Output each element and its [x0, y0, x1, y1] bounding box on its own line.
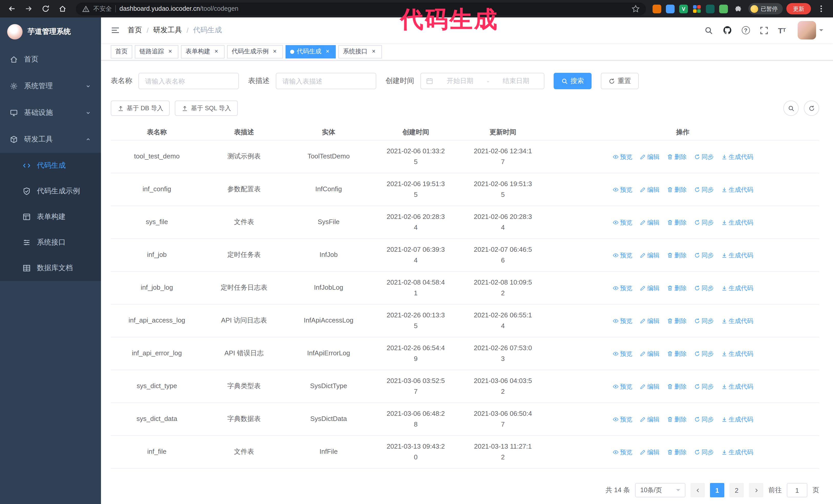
edit-action[interactable]: 编辑: [640, 383, 660, 389]
sync-action[interactable]: 同步: [694, 186, 714, 193]
sidebar-item-codegen[interactable]: 代码生成: [0, 153, 101, 178]
next-page-button[interactable]: [749, 483, 763, 497]
page-button-1[interactable]: 1: [710, 483, 724, 497]
sidebar-item-system-api[interactable]: 系统接口: [0, 230, 101, 255]
import-sql-button[interactable]: 基于 SQL 导入: [175, 100, 238, 116]
preview-action[interactable]: 预览: [612, 219, 632, 225]
sidebar-item-system[interactable]: 系统管理: [0, 73, 101, 99]
font-size-icon[interactable]: TT: [778, 26, 786, 34]
toggle-search-button[interactable]: [783, 100, 799, 116]
generate-code-action[interactable]: 生成代码: [721, 153, 753, 160]
edit-action[interactable]: 编辑: [640, 186, 660, 193]
delete-action[interactable]: 删除: [667, 318, 687, 324]
generate-code-action[interactable]: 生成代码: [721, 318, 753, 324]
edit-action[interactable]: 编辑: [640, 351, 660, 357]
extension-blue[interactable]: [666, 4, 674, 13]
hamburger-icon[interactable]: [111, 26, 120, 35]
app-logo[interactable]: 芋道管理系统: [0, 18, 101, 46]
edit-action[interactable]: 编辑: [640, 449, 660, 455]
preview-action[interactable]: 预览: [612, 153, 632, 160]
generate-code-action[interactable]: 生成代码: [721, 449, 753, 455]
table-name-input[interactable]: [138, 73, 239, 89]
delete-action[interactable]: 删除: [667, 186, 687, 193]
fullscreen-icon[interactable]: [759, 26, 768, 34]
prev-page-button[interactable]: [690, 483, 705, 497]
tab-system-api[interactable]: 系统接口 ×: [338, 45, 382, 58]
sync-action[interactable]: 同步: [694, 351, 714, 357]
edit-action[interactable]: 编辑: [640, 219, 660, 225]
delete-action[interactable]: 删除: [667, 285, 687, 291]
close-icon[interactable]: ×: [324, 48, 331, 55]
sidebar-item-codegen-example[interactable]: 代码生成示例: [0, 178, 101, 204]
page-button-2[interactable]: 2: [730, 483, 744, 497]
close-icon[interactable]: ×: [370, 48, 377, 55]
delete-action[interactable]: 删除: [667, 252, 687, 258]
edit-action[interactable]: 编辑: [640, 285, 660, 291]
preview-action[interactable]: 预览: [612, 351, 632, 357]
sync-action[interactable]: 同步: [694, 318, 714, 324]
update-button[interactable]: 更新: [786, 3, 811, 14]
extension-green[interactable]: [719, 4, 728, 13]
delete-action[interactable]: 删除: [667, 351, 687, 357]
edit-action[interactable]: 编辑: [640, 153, 660, 160]
sync-action[interactable]: 同步: [694, 252, 714, 258]
delete-action[interactable]: 删除: [667, 383, 687, 389]
url-text[interactable]: dashboard.yudao.iocoder.cn/tool/codegen: [119, 5, 628, 12]
help-icon[interactable]: ?: [741, 26, 750, 34]
edit-action[interactable]: 编辑: [640, 318, 660, 324]
back-icon[interactable]: [5, 2, 19, 16]
edit-action[interactable]: 编辑: [640, 416, 660, 422]
sidebar-item-db-doc[interactable]: 数据库文档: [0, 255, 101, 281]
sidebar-item-infrastructure[interactable]: 基础设施: [0, 99, 101, 126]
end-date-placeholder[interactable]: 结束日期: [493, 76, 539, 86]
user-menu[interactable]: [798, 21, 823, 40]
extension-green-v[interactable]: V: [679, 4, 688, 13]
generate-code-action[interactable]: 生成代码: [721, 186, 753, 193]
sync-action[interactable]: 同步: [694, 219, 714, 225]
edit-action[interactable]: 编辑: [640, 252, 660, 258]
extension-orange[interactable]: [652, 4, 661, 13]
start-date-placeholder[interactable]: 开始日期: [437, 76, 483, 86]
generate-code-action[interactable]: 生成代码: [721, 351, 753, 357]
table-desc-input[interactable]: [276, 73, 376, 89]
extension-teal[interactable]: [706, 4, 715, 13]
security-label[interactable]: 不安全: [93, 4, 112, 13]
sync-action[interactable]: 同步: [694, 285, 714, 291]
reset-button[interactable]: 重置: [601, 73, 639, 89]
delete-action[interactable]: 删除: [667, 416, 687, 422]
sync-action[interactable]: 同步: [694, 449, 714, 455]
page-size-select[interactable]: 10条/页: [635, 483, 685, 497]
preview-action[interactable]: 预览: [612, 383, 632, 389]
bookmark-star-icon[interactable]: [632, 5, 640, 13]
forward-icon[interactable]: [22, 2, 35, 16]
sync-action[interactable]: 同步: [694, 383, 714, 389]
generate-code-action[interactable]: 生成代码: [721, 252, 753, 258]
refresh-button[interactable]: [804, 100, 819, 116]
create-time-range-picker[interactable]: 开始日期 - 结束日期: [420, 73, 544, 89]
import-db-button[interactable]: 基于 DB 导入: [111, 100, 170, 116]
sync-action[interactable]: 同步: [694, 153, 714, 160]
preview-action[interactable]: 预览: [612, 186, 632, 193]
tab-codegen-example[interactable]: 代码生成示例 ×: [227, 45, 283, 58]
preview-action[interactable]: 预览: [612, 449, 632, 455]
preview-action[interactable]: 预览: [612, 416, 632, 422]
extension-multicolor[interactable]: [693, 4, 701, 13]
home-icon[interactable]: [56, 2, 69, 16]
breadcrumb-home[interactable]: 首页: [128, 26, 142, 35]
delete-action[interactable]: 删除: [667, 153, 687, 160]
close-icon[interactable]: ×: [213, 48, 220, 55]
preview-action[interactable]: 预览: [612, 285, 632, 291]
generate-code-action[interactable]: 生成代码: [721, 285, 753, 291]
close-icon[interactable]: ×: [167, 48, 174, 55]
generate-code-action[interactable]: 生成代码: [721, 416, 753, 422]
sidebar-item-devtools[interactable]: 研发工具: [0, 126, 101, 153]
sidebar-item-home[interactable]: 首页: [0, 46, 101, 73]
tab-codegen[interactable]: 代码生成 ×: [286, 45, 336, 58]
close-icon[interactable]: ×: [271, 48, 278, 55]
github-icon[interactable]: [722, 26, 732, 35]
search-icon[interactable]: [704, 26, 713, 34]
delete-action[interactable]: 删除: [667, 219, 687, 225]
address-bar[interactable]: 不安全 dashboard.yudao.iocoder.cn/tool/code…: [76, 2, 646, 15]
delete-action[interactable]: 删除: [667, 449, 687, 455]
tab-form-builder[interactable]: 表单构建 ×: [181, 45, 224, 58]
